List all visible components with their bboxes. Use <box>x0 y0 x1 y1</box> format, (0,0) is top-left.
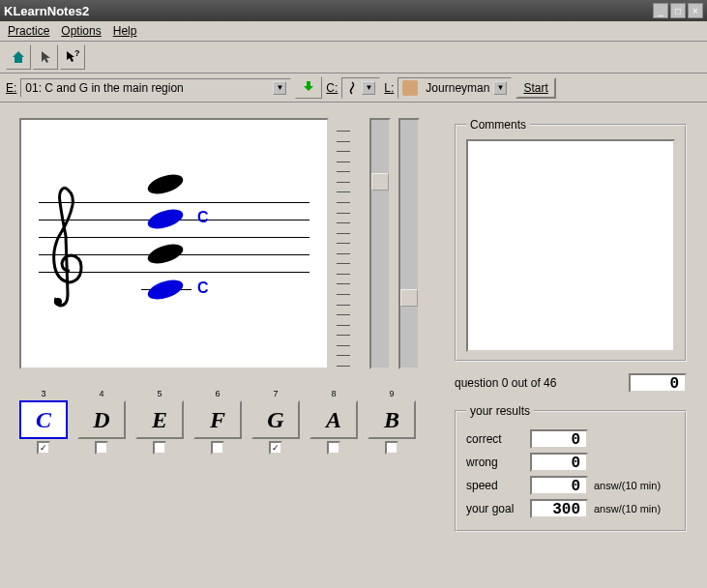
speed-value: 0 <box>530 476 588 495</box>
titlebar: KLearnNotes2 _ □ × <box>0 0 707 21</box>
note-checkbox-g[interactable]: ✓ <box>269 441 282 455</box>
menu-help[interactable]: Help <box>113 24 137 38</box>
svg-marker-0 <box>13 51 24 63</box>
results-fieldset: your results correct0 wrong0 speed0answ/… <box>455 404 687 532</box>
menu-practice[interactable]: Practice <box>8 24 49 38</box>
note-number: 8 <box>331 389 336 398</box>
clef-select[interactable]: ▼ <box>341 77 380 99</box>
question-text: question 0 out of 46 <box>455 376 556 390</box>
note-button-a[interactable]: A <box>309 400 358 439</box>
start-button[interactable]: Start <box>516 77 555 99</box>
staff-display: C C <box>19 118 329 369</box>
note-black <box>145 171 185 198</box>
exercise-go-button[interactable] <box>295 76 322 99</box>
wrong-value: 0 <box>530 453 588 472</box>
note-button-b[interactable]: B <box>368 400 416 439</box>
note-button-e[interactable]: E <box>135 400 184 439</box>
minimize-button[interactable]: _ <box>653 3 668 18</box>
question-row: question 0 out of 46 0 <box>455 373 687 393</box>
treble-clef-icon <box>41 178 89 323</box>
question-counter: 0 <box>629 373 687 393</box>
exercise-select[interactable]: 01: C and G in the main region ▼ <box>20 78 291 98</box>
correct-value: 0 <box>530 429 588 449</box>
note-checkbox-e[interactable] <box>153 441 166 455</box>
svg-text:?: ? <box>74 49 80 58</box>
note-number: 4 <box>99 389 103 398</box>
menu-options[interactable]: Options <box>61 24 101 38</box>
comments-fieldset: Comments <box>455 118 687 362</box>
main-area: C C 3C✓4D5E6F7G✓8A9B Comments question 0… <box>0 103 707 559</box>
note-checkbox-a[interactable] <box>327 441 340 455</box>
clef-label: C: <box>326 81 338 95</box>
svg-marker-2 <box>304 81 313 91</box>
note-black <box>145 241 185 268</box>
goal-unit: answ/(10 min) <box>594 503 661 514</box>
wrong-label: wrong <box>466 456 524 469</box>
note-button-c[interactable]: C <box>19 400 68 439</box>
note-checkbox-f[interactable] <box>211 441 224 455</box>
note-button-f[interactable]: F <box>193 400 242 439</box>
note-buttons: 3C✓4D5E6F7G✓8A9B <box>19 389 443 455</box>
tool-whatsthis-icon[interactable]: ? <box>60 44 85 70</box>
level-label: L: <box>384 81 394 95</box>
chevron-down-icon: ▼ <box>362 81 375 95</box>
tool-home-icon[interactable] <box>6 44 31 70</box>
scale-ticks <box>337 118 362 369</box>
range-slider-bottom[interactable] <box>398 118 420 369</box>
toolbar: ? <box>0 42 707 74</box>
note-number: 9 <box>389 389 394 398</box>
close-button[interactable]: × <box>688 3 703 18</box>
note-number: 6 <box>215 389 220 398</box>
chevron-down-icon: ▼ <box>273 81 286 95</box>
note-number: 5 <box>157 389 162 398</box>
config-bar: E: 01: C and G in the main region ▼ C: ▼… <box>0 74 707 103</box>
range-slider-top[interactable] <box>369 118 391 369</box>
results-legend: your results <box>466 404 534 418</box>
speed-unit: answ/(10 min) <box>594 480 661 491</box>
tool-pointer-icon[interactable] <box>33 44 58 70</box>
level-select[interactable]: Journeyman ▼ <box>398 77 512 99</box>
note-checkbox-b[interactable] <box>385 441 398 455</box>
note-button-g[interactable]: G <box>251 400 300 439</box>
svg-point-3 <box>54 298 62 306</box>
comments-legend: Comments <box>466 118 530 132</box>
correct-label: correct <box>466 432 524 446</box>
maximize-button[interactable]: □ <box>670 3 686 18</box>
note-number: 7 <box>273 389 278 398</box>
note-label: C <box>197 209 209 226</box>
note-blue <box>145 277 185 304</box>
window-title: KLearnNotes2 <box>4 4 653 18</box>
goal-label: your goal <box>466 502 524 515</box>
treble-clef-icon <box>346 80 358 96</box>
avatar-icon <box>402 80 418 96</box>
chevron-down-icon: ▼ <box>493 81 507 95</box>
note-button-d[interactable]: D <box>77 400 126 439</box>
speed-label: speed <box>466 479 524 492</box>
exercise-label: E: <box>6 81 16 95</box>
note-checkbox-d[interactable] <box>95 441 108 455</box>
note-checkbox-c[interactable]: ✓ <box>37 441 50 455</box>
goal-value: 300 <box>530 499 588 518</box>
menubar: Practice Options Help <box>0 21 707 42</box>
note-blue <box>145 206 185 233</box>
comments-textarea[interactable] <box>466 139 675 352</box>
note-number: 3 <box>41 389 45 398</box>
note-label: C <box>197 279 209 297</box>
